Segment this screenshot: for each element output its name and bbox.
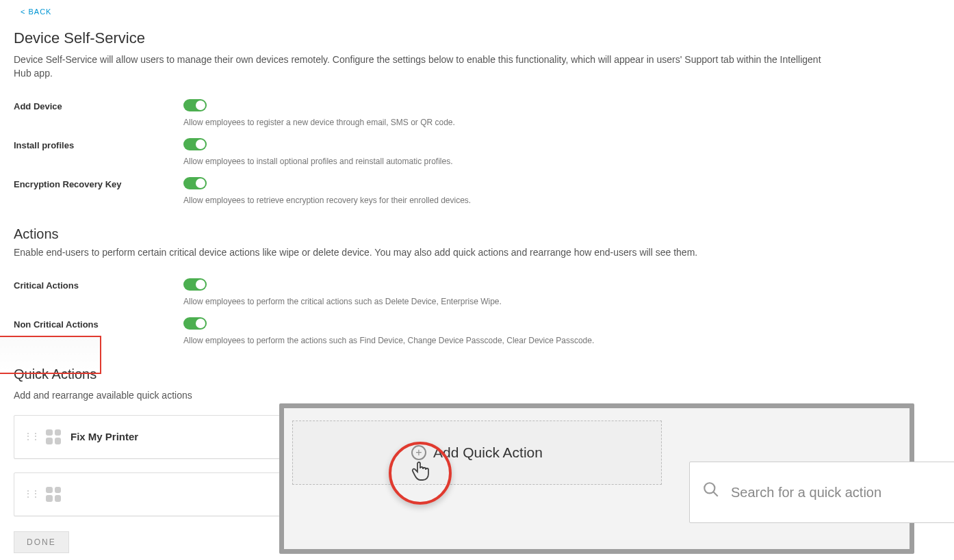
section-description: Enable end-users to perform certain crit… xyxy=(14,246,835,260)
quick-actions-heading: Quick Actions xyxy=(14,364,96,384)
search-quick-action-input[interactable]: Search for a quick action ⓧ xyxy=(689,462,954,523)
quick-action-card[interactable]: ⋮⋮ Fix My Printer xyxy=(14,415,315,459)
app-grid-icon xyxy=(46,429,61,444)
plus-icon: + xyxy=(411,445,426,460)
annotation-inset: + Add Quick Action Search for a quick ac… xyxy=(279,403,914,554)
setting-critical-actions: Critical Actions Allow employees to perf… xyxy=(14,271,940,310)
setting-non-critical-actions: Non Critical Actions Allow employees to … xyxy=(14,310,940,349)
setting-label: Non Critical Actions xyxy=(14,317,183,331)
done-button[interactable]: DONE xyxy=(14,531,69,553)
search-icon xyxy=(702,480,720,505)
pointer-cursor-icon xyxy=(410,459,430,490)
quick-action-label: Fix My Printer xyxy=(70,429,305,444)
actions-heading: Actions xyxy=(14,224,940,243)
add-quick-action-label: Add Quick Action xyxy=(433,442,543,462)
setting-description: Allow employees to perform the critical … xyxy=(183,296,940,308)
add-quick-action-button[interactable]: + Add Quick Action xyxy=(292,421,662,485)
search-placeholder: Search for a quick action xyxy=(731,483,954,502)
back-link[interactable]: < BACK xyxy=(14,0,58,23)
page-title: Device Self-Service xyxy=(14,28,940,49)
toggle-non-critical-actions[interactable] xyxy=(183,317,207,330)
setting-description: Allow employees to install optional prof… xyxy=(183,156,940,168)
toggle-install-profiles[interactable] xyxy=(183,138,207,150)
drag-handle-icon[interactable]: ⋮⋮ xyxy=(24,431,39,442)
drag-handle-icon[interactable]: ⋮⋮ xyxy=(24,488,39,500)
setting-label: Critical Actions xyxy=(14,278,183,292)
section-description: Device Self-Service will allow users to … xyxy=(14,53,835,80)
setting-description: Allow employees to perform the actions s… xyxy=(183,335,940,347)
svg-line-1 xyxy=(713,492,718,496)
svg-point-0 xyxy=(704,483,714,493)
setting-description: Allow employees to retrieve encryption r… xyxy=(183,195,940,206)
toggle-add-device[interactable] xyxy=(183,99,207,111)
quick-action-card[interactable]: ⋮⋮ ⓧ xyxy=(14,472,315,516)
setting-description: Allow employees to register a new device… xyxy=(183,117,940,129)
setting-encryption-recovery-key: Encryption Recovery Key Allow employees … xyxy=(14,170,940,209)
setting-install-profiles: Install profiles Allow employees to inst… xyxy=(14,131,940,170)
setting-add-device: Add Device Allow employees to register a… xyxy=(14,92,940,131)
toggle-critical-actions[interactable] xyxy=(183,278,207,291)
section-description: Add and rearrange available quick action… xyxy=(14,389,835,403)
setting-label: Encryption Recovery Key xyxy=(14,177,183,191)
app-grid-icon xyxy=(46,487,61,502)
toggle-encryption-recovery-key[interactable] xyxy=(183,177,207,189)
setting-label: Install profiles xyxy=(14,138,183,152)
setting-label: Add Device xyxy=(14,99,183,113)
